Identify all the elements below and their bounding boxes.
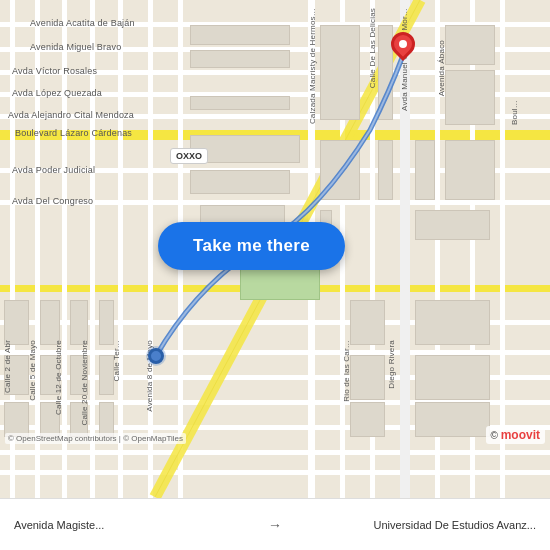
road-v-6 [148, 0, 153, 498]
pin-dot [399, 40, 407, 48]
route-arrow-icon: → [268, 517, 282, 533]
label-delicias: Calle De Las Delicias [368, 8, 377, 88]
destination-pin [391, 32, 415, 62]
label-20-nov: Calle 20 de Noviembre [80, 340, 89, 426]
block-19 [415, 355, 490, 400]
label-lopez: Avda López Quezada [12, 88, 102, 98]
label-congreso: Avda Del Congreso [12, 196, 93, 206]
road-v-5 [118, 0, 123, 498]
map-area[interactable]: Avenida Acatita de Baján Avenida Miguel … [0, 0, 550, 498]
block-16 [415, 210, 490, 240]
block-21 [4, 300, 29, 345]
route-to-label: Universidad De Estudios Avanz... [290, 519, 536, 531]
label-alejandro: Avda Alejandro Cital Mendoza [8, 110, 134, 120]
block-2 [190, 50, 290, 68]
label-boul: Boul… [510, 100, 519, 125]
block-23 [70, 300, 88, 345]
block-14 [445, 140, 495, 200]
block-12 [378, 140, 393, 200]
block-1 [190, 25, 290, 45]
block-24 [99, 300, 114, 345]
route-from-label: Avenida Magiste... [14, 519, 260, 531]
label-5-mayo: Calle 5 de Mayo [28, 340, 37, 401]
block-10 [445, 70, 495, 125]
block-9 [445, 25, 495, 65]
origin-pin [148, 348, 164, 364]
label-abaco: Avenida Ábaco [437, 40, 446, 96]
block-22 [40, 300, 60, 345]
block-17 [415, 300, 490, 345]
block-29 [4, 402, 29, 437]
block-5 [190, 170, 290, 194]
block-11 [320, 140, 360, 200]
oxxo-label: OXXO [170, 148, 208, 164]
road-h-14 [0, 470, 550, 475]
bottom-bar: Avenida Magiste... → Universidad De Estu… [0, 498, 550, 550]
block-32 [99, 402, 114, 437]
block-7 [320, 25, 360, 120]
label-victor: Avda Víctor Rosales [12, 66, 97, 76]
block-18 [350, 300, 385, 345]
label-rio: Rio de las Car… [342, 340, 351, 402]
take-me-there-button[interactable]: Take me there [158, 222, 345, 270]
road-v-10 [500, 0, 505, 498]
block-13 [415, 140, 435, 200]
block-3 [190, 96, 290, 110]
label-12-oct: Calle 12 de Octubre [54, 340, 63, 415]
block-33 [415, 402, 490, 437]
block-34 [350, 402, 385, 437]
block-20 [350, 355, 385, 400]
road-h-13 [0, 450, 550, 455]
label-acatita: Avenida Acatita de Baján [30, 18, 135, 28]
app-container: Avenida Acatita de Baján Avenida Miguel … [0, 0, 550, 550]
label-poder: Avda Poder Judicial [12, 165, 95, 175]
label-calzada: Calzada Macristy de Hermos… [308, 8, 317, 124]
moovit-logo: © moovit [486, 426, 546, 444]
label-diego: Diego Rivera [387, 340, 396, 389]
label-lazaro: Boulevard Lázaro Cárdenas [15, 128, 132, 138]
map-attribution: © OpenStreetMap contributors | © OpenMap… [5, 433, 186, 444]
label-2-abril: Calle 2 de Abr [3, 340, 12, 393]
label-ter: Calle Ter… [112, 340, 121, 381]
label-miguel-bravo: Avenida Miguel Bravo [30, 42, 121, 52]
